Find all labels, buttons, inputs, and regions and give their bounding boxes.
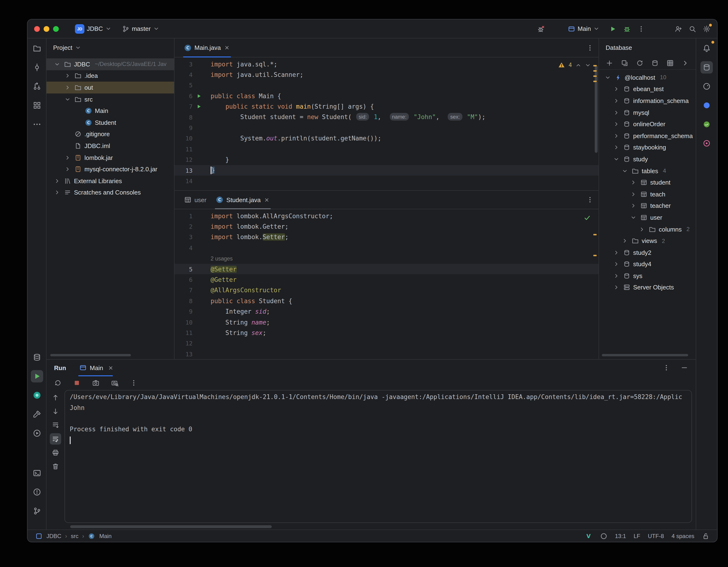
chevron-right-icon[interactable]: [612, 133, 620, 139]
code-line[interactable]: 4: [175, 242, 599, 253]
gutter[interactable]: 8: [175, 296, 211, 306]
schema-sync-button[interactable]: [650, 57, 659, 69]
more-actions-button[interactable]: [637, 25, 645, 32]
editor-tab-main-java[interactable]: C Main.java: [179, 38, 235, 57]
code-line[interactable]: 7 public static void main(String[] args)…: [175, 101, 599, 112]
notifications-button[interactable]: [700, 42, 713, 55]
refresh-button[interactable]: [635, 57, 644, 69]
tree-item-server-objects[interactable]: Server Objects: [599, 281, 696, 293]
code-line[interactable]: 12 }: [175, 154, 599, 165]
gutter[interactable]: 7: [175, 285, 211, 296]
tree-item-teach[interactable]: teach: [599, 188, 696, 200]
code-line[interactable]: 2import lombok.Getter;: [175, 221, 599, 232]
pull-requests-tool-button[interactable]: [31, 80, 43, 92]
line-separator[interactable]: LF: [634, 533, 640, 539]
chevron-right-icon[interactable]: [612, 285, 620, 291]
gutter[interactable]: 10: [175, 133, 211, 144]
branch-selector[interactable]: master: [119, 23, 162, 34]
chevron-down-icon[interactable]: [604, 74, 611, 81]
tree-item-study4[interactable]: study4: [599, 258, 696, 270]
gutter[interactable]: 5: [175, 80, 211, 91]
code-line[interactable]: 13}: [175, 165, 599, 176]
tree-item-staybooking[interactable]: staybooking: [599, 142, 696, 153]
profiler-tool-button[interactable]: [31, 427, 43, 439]
gutter[interactable]: 13: [175, 349, 211, 360]
endpoints-tool-button[interactable]: [700, 137, 713, 149]
close-tab-icon[interactable]: [224, 45, 230, 51]
expand-toolbar-button[interactable]: [681, 57, 690, 69]
tree-item-jdbc-iml[interactable]: JDBC.iml: [46, 140, 174, 152]
code-line[interactable]: 7@AllArgsConstructor: [175, 285, 599, 296]
zoom-window-button[interactable]: [53, 26, 59, 32]
tree-item-tables[interactable]: tables4: [599, 165, 696, 177]
tree-item-ebean-test[interactable]: ebean_test: [599, 83, 696, 95]
project-panel-header[interactable]: Project: [46, 38, 174, 56]
tree-item-jdbc[interactable]: JDBC~/Desktop/CS/JavaEE/1 Jav: [46, 58, 174, 70]
chevron-right-icon[interactable]: [638, 226, 645, 232]
commit-tool-button[interactable]: [31, 61, 43, 74]
ideavim-icon[interactable]: V: [585, 532, 592, 540]
gutter[interactable]: 8: [175, 112, 211, 123]
tree-item-src[interactable]: src: [46, 93, 174, 105]
chevron-right-icon[interactable]: [612, 273, 620, 279]
tree-item-student[interactable]: student: [599, 177, 696, 188]
more-tool-windows-button[interactable]: [31, 118, 43, 130]
run-button[interactable]: [609, 25, 617, 32]
breadcrumb-main[interactable]: Main: [99, 533, 112, 539]
breadcrumb-project[interactable]: JDBC: [46, 533, 61, 539]
code-line[interactable]: 5: [175, 80, 599, 91]
tree-item-onlineorder[interactable]: onlineOrder: [599, 118, 696, 130]
code-line[interactable]: 10 String name;: [175, 317, 599, 328]
spring-tool-button[interactable]: [700, 118, 713, 130]
chevron-right-icon[interactable]: [612, 249, 620, 255]
gutter[interactable]: 2: [175, 221, 211, 232]
chevron-down-icon[interactable]: [629, 214, 637, 221]
minimize-window-button[interactable]: [44, 26, 49, 32]
print-button[interactable]: [50, 447, 61, 459]
gutter[interactable]: [175, 253, 211, 264]
database-tool-button[interactable]: [700, 61, 713, 74]
close-window-button[interactable]: [34, 26, 40, 32]
editor-menu-button[interactable]: [586, 44, 594, 51]
debug-button[interactable]: [623, 25, 631, 32]
code-with-me-button[interactable]: [674, 25, 682, 32]
more-options-button[interactable]: [128, 378, 139, 389]
chevron-right-icon[interactable]: [612, 261, 620, 267]
tree-item-student[interactable]: CStudent: [46, 117, 174, 128]
chevron-down-icon[interactable]: [612, 156, 620, 162]
docker-tool-button[interactable]: [31, 389, 43, 402]
gutter[interactable]: 3: [175, 59, 211, 69]
tree-item-performance-schema[interactable]: performance_schema: [599, 130, 696, 142]
file-encoding[interactable]: UTF-8: [648, 533, 664, 539]
run-configuration-selector[interactable]: Main: [565, 23, 602, 34]
console[interactable]: /Users/eve/Library/Java/JavaVirtualMachi…: [65, 390, 692, 523]
services-tool-button[interactable]: [31, 351, 43, 364]
code-line[interactable]: 8public class Student {: [175, 296, 599, 306]
gradle-tool-button[interactable]: [700, 80, 713, 92]
run-tab-main[interactable]: Main: [75, 360, 117, 376]
rerun-button[interactable]: [52, 378, 64, 389]
build-tool-button[interactable]: [31, 408, 43, 420]
run-options-button[interactable]: [663, 364, 670, 372]
tree-item-information-schema[interactable]: information_schema: [599, 95, 696, 106]
tree-item-study[interactable]: study: [599, 153, 696, 165]
data-view-button[interactable]: [666, 57, 675, 69]
scroll-to-end-button[interactable]: [50, 420, 61, 431]
caret-position[interactable]: 13:1: [615, 533, 626, 539]
code-line[interactable]: 9: [175, 123, 599, 133]
tree-item-gitignore[interactable]: .gitignore: [46, 128, 174, 140]
tree-item-external-libraries[interactable]: External Libraries: [46, 175, 174, 187]
problems-tool-button[interactable]: [31, 486, 43, 498]
gutter[interactable]: 1: [175, 211, 211, 221]
gutter[interactable]: 9: [175, 123, 211, 133]
tree-item-teacher[interactable]: teacher: [599, 200, 696, 211]
chevron-down-icon[interactable]: [53, 61, 61, 67]
chevron-right-icon[interactable]: [612, 121, 620, 127]
inspections-widget[interactable]: 4: [558, 61, 591, 69]
editor-main-java[interactable]: 3import java.sql.*;4import java.util.Sca…: [175, 57, 599, 190]
code-line[interactable]: 3import lombok.Setter;: [175, 232, 599, 243]
up-stack-trace-button[interactable]: [50, 392, 61, 404]
database-horizontal-scrollbar[interactable]: [602, 354, 688, 357]
readonly-toggle[interactable]: [702, 532, 710, 540]
gutter[interactable]: 13: [175, 165, 211, 176]
